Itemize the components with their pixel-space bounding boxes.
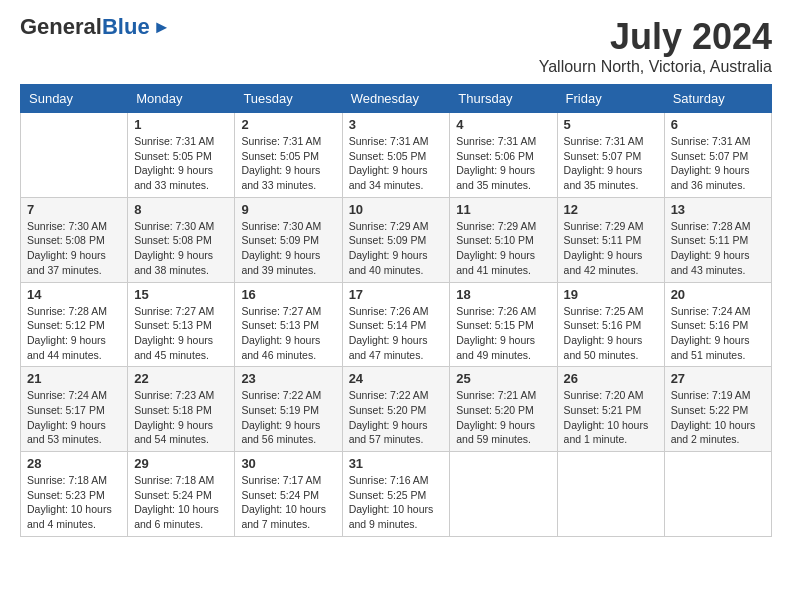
day-info: Sunrise: 7:20 AMSunset: 5:21 PMDaylight:… — [564, 388, 658, 447]
calendar-cell: 7Sunrise: 7:30 AMSunset: 5:08 PMDaylight… — [21, 197, 128, 282]
day-number: 9 — [241, 202, 335, 217]
calendar-cell — [664, 452, 771, 537]
day-info: Sunrise: 7:30 AMSunset: 5:08 PMDaylight:… — [134, 219, 228, 278]
weekday-header: Sunday — [21, 85, 128, 113]
calendar-cell: 29Sunrise: 7:18 AMSunset: 5:24 PMDayligh… — [128, 452, 235, 537]
calendar-cell: 31Sunrise: 7:16 AMSunset: 5:25 PMDayligh… — [342, 452, 450, 537]
calendar-cell — [450, 452, 557, 537]
day-info: Sunrise: 7:21 AMSunset: 5:20 PMDaylight:… — [456, 388, 550, 447]
day-info: Sunrise: 7:26 AMSunset: 5:15 PMDaylight:… — [456, 304, 550, 363]
calendar-table: SundayMondayTuesdayWednesdayThursdayFrid… — [20, 84, 772, 537]
location-subtitle: Yallourn North, Victoria, Australia — [539, 58, 772, 76]
day-number: 22 — [134, 371, 228, 386]
days-of-week-row: SundayMondayTuesdayWednesdayThursdayFrid… — [21, 85, 772, 113]
calendar-cell: 16Sunrise: 7:27 AMSunset: 5:13 PMDayligh… — [235, 282, 342, 367]
calendar-cell: 30Sunrise: 7:17 AMSunset: 5:24 PMDayligh… — [235, 452, 342, 537]
calendar-cell: 27Sunrise: 7:19 AMSunset: 5:22 PMDayligh… — [664, 367, 771, 452]
day-info: Sunrise: 7:29 AMSunset: 5:09 PMDaylight:… — [349, 219, 444, 278]
calendar-cell: 22Sunrise: 7:23 AMSunset: 5:18 PMDayligh… — [128, 367, 235, 452]
calendar-cell: 10Sunrise: 7:29 AMSunset: 5:09 PMDayligh… — [342, 197, 450, 282]
day-number: 13 — [671, 202, 765, 217]
day-info: Sunrise: 7:22 AMSunset: 5:19 PMDaylight:… — [241, 388, 335, 447]
day-info: Sunrise: 7:19 AMSunset: 5:22 PMDaylight:… — [671, 388, 765, 447]
day-info: Sunrise: 7:22 AMSunset: 5:20 PMDaylight:… — [349, 388, 444, 447]
day-number: 1 — [134, 117, 228, 132]
calendar-cell: 2Sunrise: 7:31 AMSunset: 5:05 PMDaylight… — [235, 113, 342, 198]
calendar-cell: 8Sunrise: 7:30 AMSunset: 5:08 PMDaylight… — [128, 197, 235, 282]
day-info: Sunrise: 7:31 AMSunset: 5:06 PMDaylight:… — [456, 134, 550, 193]
day-number: 11 — [456, 202, 550, 217]
day-info: Sunrise: 7:25 AMSunset: 5:16 PMDaylight:… — [564, 304, 658, 363]
calendar-week-row: 28Sunrise: 7:18 AMSunset: 5:23 PMDayligh… — [21, 452, 772, 537]
day-number: 6 — [671, 117, 765, 132]
calendar-cell: 28Sunrise: 7:18 AMSunset: 5:23 PMDayligh… — [21, 452, 128, 537]
day-number: 30 — [241, 456, 335, 471]
day-number: 21 — [27, 371, 121, 386]
calendar-cell: 14Sunrise: 7:28 AMSunset: 5:12 PMDayligh… — [21, 282, 128, 367]
day-number: 14 — [27, 287, 121, 302]
page-header: GeneralBlue ► July 2024 Yallourn North, … — [20, 16, 772, 76]
day-info: Sunrise: 7:31 AMSunset: 5:07 PMDaylight:… — [671, 134, 765, 193]
weekday-header: Wednesday — [342, 85, 450, 113]
calendar-cell: 26Sunrise: 7:20 AMSunset: 5:21 PMDayligh… — [557, 367, 664, 452]
day-number: 10 — [349, 202, 444, 217]
day-info: Sunrise: 7:30 AMSunset: 5:08 PMDaylight:… — [27, 219, 121, 278]
calendar-cell: 11Sunrise: 7:29 AMSunset: 5:10 PMDayligh… — [450, 197, 557, 282]
day-info: Sunrise: 7:28 AMSunset: 5:11 PMDaylight:… — [671, 219, 765, 278]
logo-icon: ► — [153, 17, 171, 38]
calendar-cell: 21Sunrise: 7:24 AMSunset: 5:17 PMDayligh… — [21, 367, 128, 452]
calendar-cell: 6Sunrise: 7:31 AMSunset: 5:07 PMDaylight… — [664, 113, 771, 198]
day-info: Sunrise: 7:24 AMSunset: 5:16 PMDaylight:… — [671, 304, 765, 363]
calendar-cell — [21, 113, 128, 198]
day-number: 25 — [456, 371, 550, 386]
day-info: Sunrise: 7:27 AMSunset: 5:13 PMDaylight:… — [241, 304, 335, 363]
calendar-cell: 9Sunrise: 7:30 AMSunset: 5:09 PMDaylight… — [235, 197, 342, 282]
day-info: Sunrise: 7:24 AMSunset: 5:17 PMDaylight:… — [27, 388, 121, 447]
calendar-cell: 23Sunrise: 7:22 AMSunset: 5:19 PMDayligh… — [235, 367, 342, 452]
day-info: Sunrise: 7:30 AMSunset: 5:09 PMDaylight:… — [241, 219, 335, 278]
day-number: 7 — [27, 202, 121, 217]
day-info: Sunrise: 7:31 AMSunset: 5:05 PMDaylight:… — [241, 134, 335, 193]
weekday-header: Saturday — [664, 85, 771, 113]
day-number: 27 — [671, 371, 765, 386]
day-number: 23 — [241, 371, 335, 386]
calendar-cell: 15Sunrise: 7:27 AMSunset: 5:13 PMDayligh… — [128, 282, 235, 367]
day-info: Sunrise: 7:17 AMSunset: 5:24 PMDaylight:… — [241, 473, 335, 532]
calendar-cell: 17Sunrise: 7:26 AMSunset: 5:14 PMDayligh… — [342, 282, 450, 367]
day-number: 31 — [349, 456, 444, 471]
day-number: 20 — [671, 287, 765, 302]
day-info: Sunrise: 7:18 AMSunset: 5:23 PMDaylight:… — [27, 473, 121, 532]
day-info: Sunrise: 7:29 AMSunset: 5:11 PMDaylight:… — [564, 219, 658, 278]
calendar-week-row: 14Sunrise: 7:28 AMSunset: 5:12 PMDayligh… — [21, 282, 772, 367]
weekday-header: Thursday — [450, 85, 557, 113]
day-info: Sunrise: 7:31 AMSunset: 5:05 PMDaylight:… — [349, 134, 444, 193]
day-info: Sunrise: 7:26 AMSunset: 5:14 PMDaylight:… — [349, 304, 444, 363]
day-number: 12 — [564, 202, 658, 217]
day-number: 26 — [564, 371, 658, 386]
day-number: 24 — [349, 371, 444, 386]
calendar-cell: 4Sunrise: 7:31 AMSunset: 5:06 PMDaylight… — [450, 113, 557, 198]
day-number: 16 — [241, 287, 335, 302]
day-info: Sunrise: 7:29 AMSunset: 5:10 PMDaylight:… — [456, 219, 550, 278]
calendar-cell: 12Sunrise: 7:29 AMSunset: 5:11 PMDayligh… — [557, 197, 664, 282]
calendar-cell: 13Sunrise: 7:28 AMSunset: 5:11 PMDayligh… — [664, 197, 771, 282]
day-number: 2 — [241, 117, 335, 132]
day-info: Sunrise: 7:31 AMSunset: 5:07 PMDaylight:… — [564, 134, 658, 193]
logo-text: GeneralBlue — [20, 16, 150, 38]
calendar-week-row: 21Sunrise: 7:24 AMSunset: 5:17 PMDayligh… — [21, 367, 772, 452]
day-number: 28 — [27, 456, 121, 471]
calendar-cell: 20Sunrise: 7:24 AMSunset: 5:16 PMDayligh… — [664, 282, 771, 367]
calendar-week-row: 1Sunrise: 7:31 AMSunset: 5:05 PMDaylight… — [21, 113, 772, 198]
calendar-cell: 3Sunrise: 7:31 AMSunset: 5:05 PMDaylight… — [342, 113, 450, 198]
calendar-cell: 1Sunrise: 7:31 AMSunset: 5:05 PMDaylight… — [128, 113, 235, 198]
day-number: 15 — [134, 287, 228, 302]
day-number: 4 — [456, 117, 550, 132]
day-number: 5 — [564, 117, 658, 132]
day-info: Sunrise: 7:23 AMSunset: 5:18 PMDaylight:… — [134, 388, 228, 447]
calendar-cell — [557, 452, 664, 537]
day-info: Sunrise: 7:18 AMSunset: 5:24 PMDaylight:… — [134, 473, 228, 532]
calendar-cell: 25Sunrise: 7:21 AMSunset: 5:20 PMDayligh… — [450, 367, 557, 452]
day-number: 29 — [134, 456, 228, 471]
calendar-cell: 5Sunrise: 7:31 AMSunset: 5:07 PMDaylight… — [557, 113, 664, 198]
day-number: 8 — [134, 202, 228, 217]
